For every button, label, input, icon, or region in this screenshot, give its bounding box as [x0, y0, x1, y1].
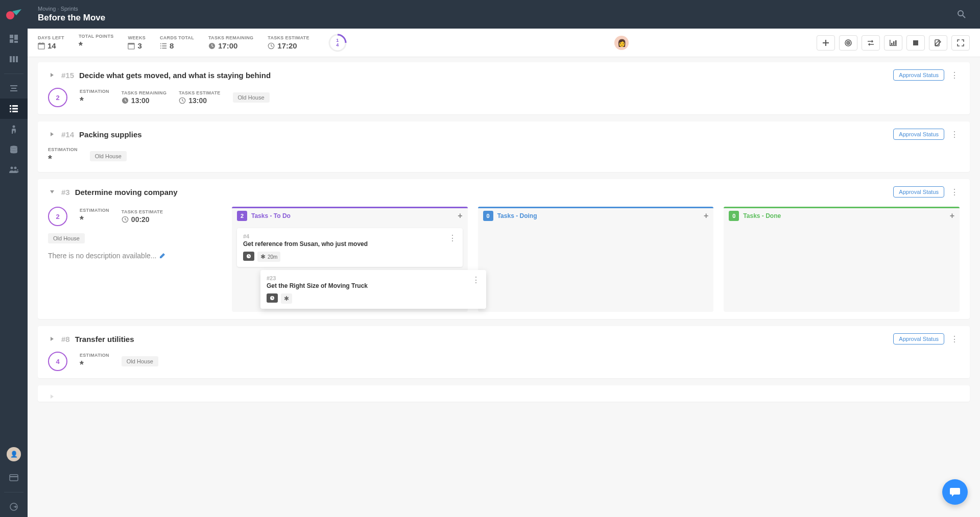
add-task-icon[interactable]: + [458, 211, 462, 220]
header: Moving · Sprints Before the Move [28, 0, 980, 29]
approval-status-button[interactable]: Approval Status [893, 129, 944, 140]
target-button[interactable] [839, 35, 857, 51]
task-card[interactable]: #4 Get reference from Susan, who just mo… [237, 228, 463, 267]
sprint-card: #8 Transfer utilities Approval Status ⋮ … [38, 326, 970, 378]
column-title: Tasks - Done [743, 212, 945, 219]
svg-rect-7 [16, 56, 18, 62]
sprint-card: #14 Packing supplies Approval Status ⋮ E… [38, 121, 970, 172]
card-title: Transfer utilities [75, 335, 889, 343]
card-menu-icon[interactable]: ⋮ [949, 334, 960, 344]
total-points-label: TOTAL POINTS [79, 34, 114, 39]
fullscreen-button[interactable] [951, 35, 970, 51]
sidebar-item-dashboard[interactable] [0, 29, 28, 49]
task-menu-icon[interactable]: ⋮ [448, 233, 457, 243]
progress-ring: 14 [328, 33, 347, 53]
svg-rect-47 [891, 43, 893, 45]
svg-rect-50 [913, 40, 918, 45]
sidebar-item-board[interactable] [0, 49, 28, 69]
tasks-estimate-label: TASKS ESTIMATE [268, 35, 309, 40]
swap-button[interactable] [862, 35, 880, 51]
svg-rect-28 [40, 42, 40, 44]
collapse-icon[interactable] [48, 188, 56, 196]
column-doing: 0 Tasks - Doing + [478, 207, 714, 312]
card-title: Packing supplies [79, 130, 888, 139]
card-id: #3 [61, 188, 70, 196]
svg-rect-6 [13, 56, 15, 62]
column-todo: 2 Tasks - To Do + #4 Get reference from … [232, 207, 468, 312]
tasks-estimate-value: 17:20 [277, 41, 297, 50]
sidebar-item-activity[interactable] [0, 119, 28, 139]
expand-icon[interactable] [48, 130, 56, 138]
svg-rect-37 [162, 47, 166, 48]
clock-icon [122, 97, 129, 104]
sprint-card [38, 385, 970, 402]
sidebar-item-menu[interactable] [0, 78, 28, 99]
card-title: Decide what gets moved, and what is stay… [79, 71, 888, 80]
add-task-icon[interactable]: + [950, 211, 954, 220]
tasks-remaining-label: TASKS REMAINING [208, 35, 253, 40]
card-id: #14 [61, 130, 74, 139]
team-avatar[interactable]: 👩 [614, 36, 629, 50]
points-badge: 2 [48, 207, 67, 226]
column-done: 0 Tasks - Done + [724, 207, 960, 312]
column-count: 0 [729, 211, 739, 221]
svg-rect-35 [162, 45, 166, 46]
clock-icon [208, 42, 216, 50]
svg-rect-12 [12, 105, 18, 107]
logo[interactable] [0, 0, 28, 29]
clock-outline-icon [122, 216, 129, 223]
tasks-remaining-value: 17:00 [218, 41, 237, 50]
approval-status-button[interactable]: Approval Status [893, 333, 944, 344]
svg-point-19 [11, 167, 13, 169]
svg-rect-48 [893, 41, 895, 45]
sidebar-item-list[interactable] [0, 99, 28, 119]
chart-button[interactable] [884, 35, 902, 51]
svg-rect-3 [10, 39, 13, 43]
card-menu-icon[interactable]: ⋮ [949, 187, 960, 197]
column-title: Tasks - To Do [251, 212, 453, 219]
points-badge: 2 [48, 88, 67, 107]
svg-rect-49 [895, 40, 897, 45]
clock-badge [243, 252, 254, 261]
card-menu-icon[interactable]: ⋮ [949, 130, 960, 139]
svg-rect-2 [14, 35, 18, 40]
expand-icon[interactable] [48, 71, 56, 79]
approval-status-button[interactable]: Approval Status [893, 186, 944, 198]
svg-point-44 [848, 42, 849, 43]
cards-total-label: CARDS TOTAL [160, 35, 194, 40]
svg-point-25 [958, 11, 963, 16]
approval-status-button[interactable]: Approval Status [893, 69, 944, 81]
svg-rect-4 [14, 41, 18, 43]
calendar-icon [38, 42, 45, 50]
svg-rect-31 [128, 43, 134, 44]
star-badge: ✱ [281, 293, 292, 304]
clock-outline-icon [179, 97, 186, 104]
list-icon [160, 42, 167, 50]
svg-rect-13 [10, 108, 11, 110]
points-badge: 4 [48, 352, 67, 371]
expand-icon[interactable] [48, 335, 56, 343]
edit-description-icon[interactable] [159, 253, 165, 259]
stats-bar: DAYS LEFT 14 TOTAL POINTS * WEEKS 3 CARD… [28, 29, 980, 57]
svg-point-17 [13, 126, 15, 128]
tag: Old House [90, 151, 127, 161]
edit-button[interactable] [929, 35, 947, 51]
content: #15 Decide what gets moved, and what is … [28, 57, 980, 419]
svg-rect-29 [42, 42, 43, 44]
tag: Old House [122, 356, 158, 366]
add-button[interactable] [817, 35, 835, 51]
clock-outline-icon [268, 42, 275, 50]
task-menu-icon[interactable]: ⋮ [472, 275, 480, 285]
description: There is no description available... [48, 252, 222, 260]
add-task-icon[interactable]: + [704, 211, 708, 220]
search-icon[interactable] [953, 6, 970, 22]
task-card-dragging[interactable]: #23 Get the Right Size of Moving Truck ⋮… [260, 270, 486, 309]
sidebar-item-team[interactable] [0, 160, 28, 180]
column-count: 0 [483, 211, 493, 221]
card-menu-icon[interactable]: ⋮ [949, 70, 960, 80]
stop-button[interactable] [906, 35, 925, 51]
svg-point-0 [6, 11, 14, 19]
sidebar-item-data[interactable] [0, 139, 28, 160]
expand-icon[interactable] [48, 392, 56, 401]
svg-rect-15 [10, 111, 11, 112]
